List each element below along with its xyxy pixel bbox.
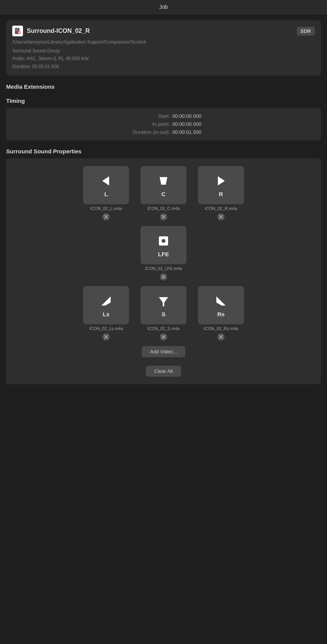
timing-section: Timing Start: 00:00:00.000 In point: 00:… [6, 98, 321, 140]
svg-marker-6 [102, 176, 109, 185]
svg-marker-23 [101, 296, 111, 306]
L-icon [98, 173, 114, 189]
channel-label-C: C [162, 191, 166, 197]
channel-filename-S: ICON_02_S.m4a [147, 326, 180, 331]
timing-start-row: Start: 00:00:00.000 [12, 113, 315, 119]
Ls-icon [98, 293, 114, 309]
media-extensions-title: Media Extensions [6, 83, 321, 90]
channel-label-S: S [162, 311, 165, 317]
duration-value: 00:00:01.500 [172, 129, 211, 135]
add-video-button[interactable]: Add Video... [142, 346, 186, 357]
surround-title: Surround Sound Properties [6, 148, 321, 154]
svg-marker-27 [159, 297, 168, 306]
channel-box-Ls: Ls [83, 286, 129, 324]
channel-L[interactable]: L ICON_02_L.m4a [81, 166, 131, 222]
timing-duration-row: Duration (in-out): 00:00:01.500 [12, 129, 315, 135]
timing-inpoint-row: In point: 00:00:00.000 [12, 121, 315, 127]
svg-rect-2 [16, 30, 18, 31]
channel-label-L: L [104, 191, 108, 197]
add-video-row: Add Video... [10, 346, 317, 362]
source-audio: Audio: AAC, Stereo (L R), 48.000 kHz [12, 55, 315, 62]
window-title: Job [159, 4, 168, 10]
svg-point-19 [162, 239, 165, 243]
channel-LFE[interactable]: LFE ICON_02_LFE.m4a [139, 226, 188, 282]
remove-btn-R[interactable] [217, 213, 225, 222]
channel-label-LFE: LFE [158, 251, 169, 257]
remove-btn-S[interactable] [159, 333, 168, 342]
channel-box-L: L [83, 166, 129, 204]
C-icon [156, 173, 171, 189]
surround-grid: L ICON_02_L.m4a [6, 158, 321, 384]
start-label: Start: [116, 113, 170, 119]
remove-btn-C[interactable] [159, 213, 168, 222]
channel-R[interactable]: R ICON_02_R.m4a [196, 166, 246, 222]
source-title: Surround-ICON_02_R [27, 28, 297, 34]
inpoint-value: 00:00:00.000 [172, 121, 211, 127]
S-icon [156, 293, 171, 309]
channel-Rs[interactable]: Rs ICON_02_Rs.m4a [196, 286, 246, 342]
source-icon [12, 26, 23, 36]
channel-box-S: S [141, 286, 186, 324]
channel-label-Rs: Rs [217, 311, 224, 317]
channel-box-Rs: Rs [198, 286, 244, 324]
svg-marker-14 [218, 176, 225, 185]
channel-C[interactable]: C ICON_02_C.m4a [139, 166, 188, 222]
channel-filename-R: ICON_02_R.m4a [205, 206, 237, 211]
R-icon [213, 173, 229, 189]
channel-filename-LFE: ICON_02_LFE.m4a [145, 266, 182, 271]
clear-all-row: Clear All [10, 366, 317, 377]
remove-btn-L[interactable] [102, 213, 110, 222]
timing-card: Start: 00:00:00.000 In point: 00:00:00.0… [6, 108, 321, 140]
source-meta: Surround Sound Group Audio: AAC, Stereo … [12, 47, 315, 70]
remove-btn-Rs[interactable] [217, 333, 225, 342]
media-extensions-section: Media Extensions [6, 83, 321, 90]
channel-filename-Ls: ICON_02_Ls.m4a [89, 326, 123, 331]
channel-filename-Rs: ICON_02_Rs.m4a [204, 326, 238, 331]
svg-marker-31 [216, 296, 226, 306]
source-header: Surround-ICON_02_R SDR [12, 26, 315, 36]
surround-section: Surround Sound Properties L ICON_02_L.m4… [6, 148, 321, 384]
channel-box-R: R [198, 166, 244, 204]
channel-label-R: R [219, 191, 223, 197]
remove-btn-LFE[interactable] [159, 273, 168, 282]
channel-filename-L: ICON_02_L.m4a [90, 206, 122, 211]
source-group: Surround Sound Group [12, 47, 315, 55]
svg-marker-10 [160, 177, 167, 185]
remove-btn-Ls[interactable] [102, 333, 110, 342]
surround-row-2: LFE ICON_02_LFE.m4a [10, 226, 317, 282]
surround-row-3: Ls ICON_02_Ls.m4a [10, 286, 317, 342]
channel-filename-C: ICON_02_C.m4a [147, 206, 180, 211]
channel-box-LFE: LFE [141, 226, 186, 264]
sdr-badge: SDR [297, 27, 315, 36]
source-card: Surround-ICON_02_R SDR /Users/dannyrico/… [6, 20, 321, 76]
clear-all-button[interactable]: Clear All [146, 366, 181, 377]
channel-label-Ls: Ls [103, 311, 110, 317]
inpoint-label: In point: [116, 121, 170, 127]
channel-S[interactable]: S ICON_02_S.m4a [139, 286, 188, 342]
Rs-icon [213, 293, 229, 309]
source-path: /Users/dannyrico/Library/Application Sup… [12, 39, 315, 45]
channel-box-C: C [141, 166, 186, 204]
LFE-icon [156, 233, 171, 249]
svg-rect-1 [16, 29, 19, 30]
svg-rect-5 [18, 33, 20, 33]
start-value: 00:00:00.000 [172, 113, 211, 119]
source-duration: Duration: 00:00:01.500 [12, 63, 315, 70]
title-bar: Job [0, 0, 327, 14]
surround-row-1: L ICON_02_L.m4a [10, 166, 317, 222]
timing-title: Timing [6, 98, 321, 104]
duration-label: Duration (in-out): [116, 129, 170, 135]
channel-Ls[interactable]: Ls ICON_02_Ls.m4a [81, 286, 131, 342]
